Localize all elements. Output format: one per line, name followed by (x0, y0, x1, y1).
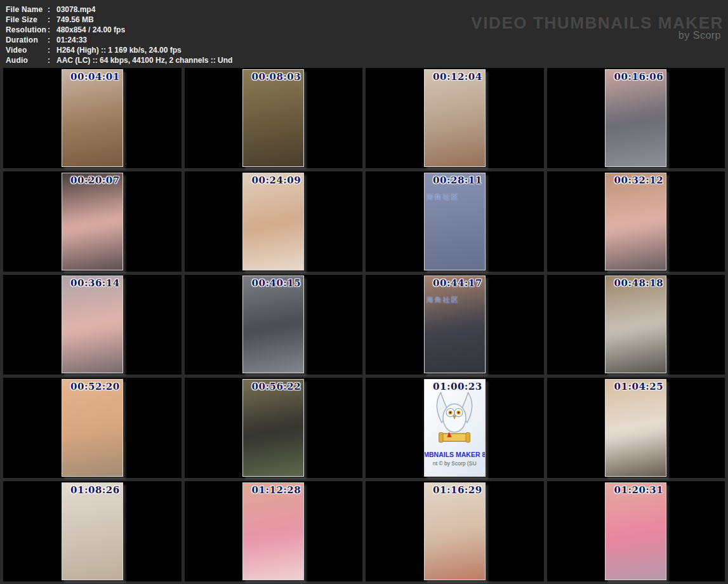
logo-text-line1: MBNAILS MAKER 8 (424, 451, 486, 458)
video-thumbnail[interactable]: 00:48:18 (605, 275, 666, 373)
watermark-subtitle: by Scorp (678, 30, 721, 41)
timestamp-overlay: 00:04:01 (70, 71, 120, 83)
video-thumbnail[interactable]: 00:20:07 (62, 173, 123, 270)
grid-cell: 01:20:31 (547, 481, 725, 581)
timestamp-overlay: 00:40:15 (252, 277, 301, 289)
meta-colon: : (48, 25, 56, 35)
timestamp-overlay: 00:32:12 (614, 175, 664, 186)
video-thumbnail[interactable]: 海角社区 00:28:11 (424, 173, 486, 270)
meta-colon: : (48, 35, 56, 45)
meta-label: Video (6, 45, 48, 55)
grid-cell: 00:36:14 (3, 275, 182, 375)
thumbnail-image (62, 379, 123, 477)
grid-cell: MBNAILS MAKER 8 nt © by Scorp (SU 01:00:… (366, 378, 544, 478)
meta-row-audio: Audio : AAC (LC) :: 64 kbps, 44100 Hz, 2… (6, 55, 232, 65)
video-thumbnail[interactable]: 海角社区 00:44:17 (424, 275, 486, 373)
video-thumbnail[interactable]: 01:12:28 (242, 482, 304, 580)
video-thumbnail[interactable]: 00:36:14 (62, 275, 123, 373)
thumbnail-image (424, 173, 486, 270)
meta-colon: : (48, 15, 56, 25)
video-thumbnail[interactable]: 00:04:01 (62, 69, 123, 167)
timestamp-overlay: 01:00:23 (433, 381, 482, 392)
grid-cell: 00:40:15 (185, 275, 363, 375)
owl-logo-icon (432, 390, 477, 448)
timestamp-overlay: 00:48:18 (614, 277, 664, 289)
grid-cell: 海角社区 00:28:11 (366, 171, 544, 272)
video-thumbnail[interactable]: 00:16:06 (605, 69, 666, 167)
meta-value: AAC (LC) :: 64 kbps, 44100 Hz, 2 channel… (56, 55, 232, 65)
vtm-logo-panel: MBNAILS MAKER 8 nt © by Scorp (SU (425, 380, 485, 476)
video-thumbnail[interactable]: 01:08:26 (62, 482, 123, 580)
grid-cell: 01:04:25 (547, 378, 725, 478)
meta-value: 01:24:33 (56, 35, 232, 45)
thumbnail-image (242, 173, 304, 270)
thumbnail-image (605, 379, 666, 477)
timestamp-overlay: 00:24:09 (252, 175, 301, 186)
grid-cell: 00:24:09 (185, 171, 363, 272)
thumbnail-image (62, 482, 123, 580)
video-thumbnail[interactable]: 01:16:29 (424, 482, 486, 580)
grid-cell: 00:32:12 (547, 171, 725, 272)
timestamp-overlay: 00:56:22 (252, 381, 301, 392)
thumbnail-image (62, 173, 123, 270)
thumbnail-grid: 00:04:01 (0, 68, 728, 584)
timestamp-overlay: 00:52:20 (70, 381, 120, 392)
meta-row-filename: File Name : 03078.mp4 (6, 4, 232, 15)
thumbnail-image (605, 482, 666, 580)
meta-row-resolution: Resolution : 480x854 / 24.00 fps (6, 25, 232, 35)
timestamp-overlay: 00:08:03 (252, 71, 301, 83)
meta-row-filesize: File Size : 749.56 MB (6, 15, 232, 25)
timestamp-overlay: 00:44:17 (433, 277, 482, 289)
video-thumbnail[interactable]: 00:52:20 (62, 379, 123, 477)
video-thumbnail[interactable]: 00:12:04 (424, 69, 486, 167)
thumbnail-image (424, 69, 486, 167)
timestamp-overlay: 01:12:28 (252, 484, 301, 496)
timestamp-overlay: 00:28:11 (433, 175, 482, 186)
vtm-contact-sheet: File Name : 03078.mp4 File Size : 749.56… (0, 0, 728, 584)
thumbnail-image (605, 173, 666, 270)
thumbnail-image (62, 69, 123, 167)
meta-colon: : (48, 55, 56, 65)
timestamp-overlay: 01:08:26 (70, 484, 120, 496)
meta-value: 480x854 / 24.00 fps (56, 25, 232, 35)
video-thumbnail[interactable]: 00:08:03 (242, 69, 304, 167)
grid-cell: 00:48:18 (547, 275, 725, 375)
timestamp-overlay: 01:20:31 (614, 484, 664, 496)
video-thumbnail[interactable]: 01:04:25 (605, 379, 666, 477)
meta-label: Resolution (6, 25, 48, 35)
video-thumbnail[interactable]: 00:40:15 (242, 275, 304, 373)
thumbnail-image (605, 275, 666, 373)
meta-row-video: Video : H264 (High) :: 1 169 kb/s, 24.00… (6, 45, 232, 55)
video-thumbnail[interactable]: 00:24:09 (242, 173, 304, 270)
video-watermark-text: 海角社区 (427, 192, 460, 202)
grid-cell: 00:08:03 (185, 68, 363, 168)
meta-value: H264 (High) :: 1 169 kb/s, 24.00 fps (56, 45, 232, 55)
thumbnail-image (242, 275, 304, 373)
meta-colon: : (48, 4, 56, 15)
timestamp-overlay: 01:16:29 (433, 484, 482, 496)
timestamp-overlay: 00:16:06 (614, 71, 664, 83)
logo-text-line2: nt © by Scorp (SU (433, 460, 477, 467)
grid-cell: 01:12:28 (185, 481, 363, 581)
timestamp-overlay: 00:12:04 (433, 71, 482, 83)
thumbnail-image (605, 69, 666, 167)
header: File Name : 03078.mp4 File Size : 749.56… (0, 0, 728, 68)
grid-cell: 01:16:29 (366, 481, 544, 581)
video-thumbnail[interactable]: 00:32:12 (605, 173, 666, 270)
meta-value: 749.56 MB (56, 15, 232, 25)
thumbnail-image (242, 482, 304, 580)
thumbnail-image (242, 69, 304, 167)
grid-cell: 海角社区 00:44:17 (366, 275, 544, 375)
video-thumbnail[interactable]: 01:20:31 (605, 482, 666, 580)
meta-label: Duration (6, 35, 48, 45)
thumbnail-image (62, 275, 123, 373)
timestamp-overlay: 00:36:14 (70, 277, 120, 289)
meta-label: File Size (6, 15, 48, 25)
grid-cell: 00:56:22 (185, 378, 363, 478)
thumbnail-image (424, 482, 486, 580)
grid-cell: 00:52:20 (3, 378, 182, 478)
meta-label: Audio (6, 55, 48, 65)
grid-cell: 00:04:01 (3, 68, 182, 168)
video-thumbnail[interactable]: MBNAILS MAKER 8 nt © by Scorp (SU 01:00:… (424, 379, 486, 477)
video-thumbnail[interactable]: 00:56:22 (242, 379, 304, 477)
